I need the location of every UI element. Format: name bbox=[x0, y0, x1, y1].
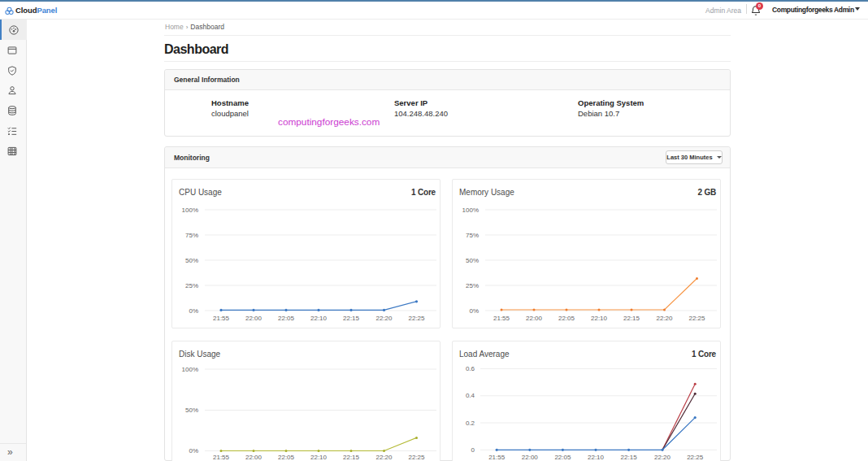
svg-text:22:00: 22:00 bbox=[522, 454, 539, 461]
svg-text:50%: 50% bbox=[185, 407, 198, 414]
svg-text:22:00: 22:00 bbox=[245, 454, 263, 461]
svg-text:0.6: 0.6 bbox=[466, 365, 475, 372]
svg-text:25%: 25% bbox=[466, 282, 479, 289]
svg-text:22:00: 22:00 bbox=[526, 315, 543, 322]
svg-text:22:15: 22:15 bbox=[343, 454, 360, 461]
svg-text:22:15: 22:15 bbox=[621, 454, 638, 461]
svg-text:0%: 0% bbox=[189, 447, 198, 454]
svg-text:100%: 100% bbox=[182, 207, 198, 214]
svg-text:22:05: 22:05 bbox=[554, 454, 571, 461]
svg-text:22:00: 22:00 bbox=[245, 315, 263, 322]
svg-text:22:25: 22:25 bbox=[687, 454, 704, 461]
svg-text:0.2: 0.2 bbox=[466, 420, 475, 427]
svg-text:21:55: 21:55 bbox=[493, 315, 510, 322]
svg-text:21:55: 21:55 bbox=[213, 315, 230, 322]
svg-text:75%: 75% bbox=[466, 232, 479, 239]
svg-text:21:55: 21:55 bbox=[213, 454, 230, 461]
svg-text:25%: 25% bbox=[185, 282, 198, 289]
svg-text:0.4: 0.4 bbox=[466, 392, 475, 399]
svg-text:22:25: 22:25 bbox=[408, 315, 425, 322]
svg-text:22:20: 22:20 bbox=[375, 454, 393, 461]
svg-text:22:25: 22:25 bbox=[688, 315, 705, 322]
svg-text:50%: 50% bbox=[466, 257, 479, 264]
svg-text:22:20: 22:20 bbox=[654, 454, 671, 461]
svg-text:22:15: 22:15 bbox=[623, 315, 640, 322]
svg-text:22:10: 22:10 bbox=[588, 454, 605, 461]
svg-text:22:15: 22:15 bbox=[343, 315, 360, 322]
svg-text:22:10: 22:10 bbox=[310, 454, 328, 461]
svg-text:100%: 100% bbox=[462, 207, 479, 214]
svg-text:22:20: 22:20 bbox=[656, 315, 673, 322]
svg-text:0: 0 bbox=[471, 446, 475, 454]
svg-text:22:25: 22:25 bbox=[408, 454, 425, 461]
svg-text:100%: 100% bbox=[182, 366, 198, 373]
svg-text:75%: 75% bbox=[185, 232, 198, 239]
svg-text:22:05: 22:05 bbox=[278, 315, 295, 322]
svg-text:22:05: 22:05 bbox=[278, 454, 295, 461]
svg-text:22:10: 22:10 bbox=[310, 315, 328, 322]
svg-text:22:10: 22:10 bbox=[591, 315, 608, 322]
svg-text:0%: 0% bbox=[189, 307, 198, 315]
svg-text:21:55: 21:55 bbox=[488, 454, 506, 461]
svg-text:50%: 50% bbox=[185, 257, 198, 264]
svg-text:22:20: 22:20 bbox=[375, 315, 393, 322]
svg-text:0%: 0% bbox=[469, 307, 479, 315]
svg-text:22:05: 22:05 bbox=[558, 315, 575, 322]
